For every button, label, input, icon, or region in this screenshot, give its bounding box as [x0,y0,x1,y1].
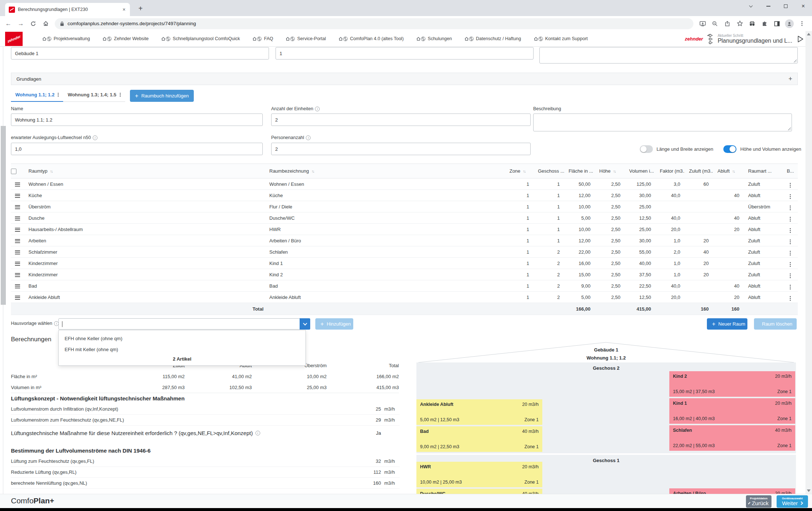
tab-close-icon[interactable]: × [122,7,126,12]
scrollbar-thumb[interactable] [1,126,6,305]
column-header[interactable]: Volumen i...↑↓ [625,164,655,178]
sort-icon[interactable]: ↑↓ [311,169,314,173]
scroll-up-arrow-icon[interactable] [807,33,811,35]
n50-input[interactable] [11,143,263,155]
home-icon[interactable] [39,18,52,30]
row-menu-kebab-icon[interactable] [790,207,791,208]
url-bar[interactable]: comfoplanplus.zehnder-systems.de/project… [55,18,693,29]
forward-icon[interactable]: → [15,18,27,30]
wohnung-name-input[interactable] [11,114,263,126]
column-header[interactable]: Fläche in ...↑↓ [564,164,595,178]
combobox-chevron-button[interactable] [300,318,310,330]
zoom-out-icon[interactable] [709,18,720,30]
row-menu-kebab-icon[interactable] [790,298,791,299]
profile-avatar[interactable] [784,18,795,30]
nav-link[interactable]: Datenschutz / Haftung [464,36,521,41]
column-header[interactable]: Geschoss ...↑↓ [534,164,564,178]
row-menu-kebab-icon[interactable] [790,287,791,288]
drag-handle-icon[interactable] [15,284,20,288]
dropdown-option[interactable]: EFH ohne Keller (ohne qm) [59,333,305,344]
building-note-field[interactable] [539,47,798,64]
building-count-input[interactable] [276,47,534,59]
hausvorlage-combobox[interactable] [58,318,310,330]
drag-handle-icon[interactable] [15,182,20,187]
row-menu-kebab-icon[interactable] [790,253,791,254]
column-header[interactable]: Raumart ...↑↓ [744,164,782,178]
dropdown-option[interactable]: EFH mit Keller (ohne qm) [59,344,305,355]
expand-plus-icon[interactable]: + [788,75,792,83]
column-header[interactable]: Höhe↑↓ [595,164,625,178]
drag-handle-icon[interactable] [15,194,20,198]
select-all-checkbox[interactable] [11,169,16,174]
drag-handle-icon[interactable] [15,273,20,277]
back-icon[interactable]: ← [2,18,15,30]
weiter-button[interactable]: Geräteauswahl Weiter [777,495,808,508]
row-menu-kebab-icon[interactable] [790,219,791,220]
laenge-breite-toggle[interactable] [640,145,653,153]
drag-handle-icon[interactable] [15,239,20,243]
roombook-tab[interactable]: Wohnung 1.3; 1.4; 1.5 [63,90,125,102]
side-panel-icon[interactable] [771,18,782,30]
extension-incognito-icon[interactable] [747,18,758,30]
column-header[interactable]: Abluft↑↓ [713,164,744,178]
nav-link[interactable]: Schnellplanungstool ComfoQuick [161,36,240,41]
info-icon[interactable]: i [93,135,97,140]
beschreibung-field[interactable] [533,114,792,131]
roombook-tab[interactable]: Wohnung 1.1; 1.2 [11,90,63,102]
building-name-input[interactable] [11,47,269,59]
zurueck-button[interactable]: Projektdaten Zurück [746,495,771,508]
info-icon[interactable]: i [315,107,320,111]
drag-handle-icon[interactable] [15,228,20,232]
row-menu-kebab-icon[interactable] [790,275,791,276]
row-menu-kebab-icon[interactable] [790,230,791,231]
drag-handle-icon[interactable] [15,250,20,254]
extensions-puzzle-icon[interactable] [759,18,770,30]
info-icon[interactable]: i [255,431,260,435]
minimize-button[interactable] [759,0,777,12]
hinzufuegen-button[interactable]: + Hinzufügen [315,318,353,330]
raum-loeschen-button[interactable]: Raum löschen [754,318,797,330]
page-scrollbar[interactable] [805,31,812,494]
tab-search-icon[interactable] [742,0,759,12]
sort-icon[interactable]: ↑↓ [732,169,735,173]
column-header[interactable]: Raumtyp↑↓ [24,164,265,178]
nav-link[interactable]: Schulungen [416,36,452,41]
neuer-raum-button[interactable]: + Neuer Raum [707,318,747,330]
sort-icon[interactable]: ↑↓ [50,169,53,173]
row-menu-kebab-icon[interactable] [790,185,791,186]
drag-handle-icon[interactable] [15,262,20,266]
column-header[interactable]: Faktor (m3...↑↓ [655,164,685,178]
nav-link[interactable]: ComfoPlan 4.0 (altes Tool) [338,36,404,41]
persons-input[interactable] [271,143,531,155]
browser-tab[interactable]: Berechnungsgrundlagen | EXT230 × [5,3,130,16]
column-header[interactable]: Raumbezeichnung↑↓ [265,164,505,178]
units-count-input[interactable] [271,114,531,126]
share-icon[interactable] [722,18,733,30]
tab-menu-kebab-icon[interactable] [58,94,59,95]
bookmark-star-icon[interactable] [734,18,745,30]
row-menu-kebab-icon[interactable] [790,264,791,265]
reload-icon[interactable] [27,18,39,30]
info-icon[interactable]: i [306,135,311,140]
nav-link[interactable]: FAQ [252,36,273,41]
new-tab-button[interactable]: + [136,4,145,13]
drag-handle-icon[interactable] [15,216,20,220]
nav-link[interactable]: Service-Portal [285,36,326,41]
drag-handle-icon[interactable] [15,205,20,209]
close-button[interactable]: × [794,0,812,12]
drag-handle-icon[interactable] [15,296,20,300]
row-menu-kebab-icon[interactable] [790,196,791,197]
scroll-down-arrow-icon[interactable] [807,489,811,492]
column-header[interactable]: Zuluft (m3...↑↓ [685,164,713,178]
sort-icon[interactable]: ↑↓ [523,169,526,173]
browser-menu-kebab-icon[interactable] [796,18,807,30]
row-menu-kebab-icon[interactable] [790,241,791,242]
column-header[interactable]: B...↑↓ [782,164,798,178]
tab-menu-kebab-icon[interactable] [120,94,121,95]
add-roombook-button[interactable]: + Raumbuch hinzufügen [130,90,194,102]
grundlagen-section-header[interactable]: Grundlagen + [11,73,798,85]
nav-link[interactable]: Projektverwaltung [42,36,90,41]
next-step-play-icon[interactable] [797,35,804,43]
sort-icon[interactable]: ↑↓ [613,169,616,173]
hoehe-volumen-toggle[interactable] [723,145,736,153]
